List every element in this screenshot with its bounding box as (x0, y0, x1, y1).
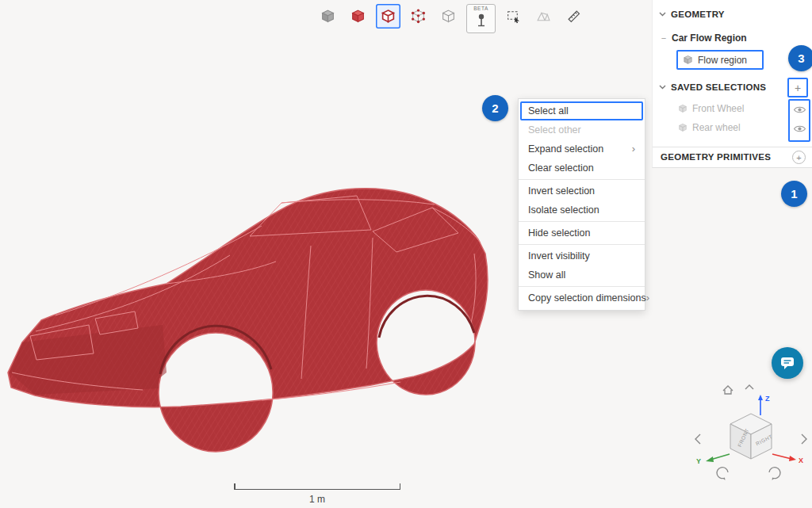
viewer-toolbar: BETA (316, 4, 586, 33)
transparent-cube-icon[interactable] (436, 4, 461, 29)
submenu-arrow-icon: › (632, 139, 635, 159)
menu-item-invert-selection[interactable]: Invert selection (519, 181, 645, 201)
geometry-primitives-section-header[interactable]: GEOMETRY PRIMITIVES (661, 152, 771, 162)
menu-item-copy-selection-dimensions[interactable]: Copy selection dimensions› (519, 288, 645, 307)
probe-point-icon[interactable]: BETA (466, 4, 496, 33)
plus-icon: + (795, 82, 801, 94)
vertex-select-cube-icon[interactable] (406, 4, 431, 29)
collapse-toggle-icon[interactable]: − (661, 33, 667, 43)
mesh-icon[interactable] (531, 4, 556, 29)
eye-icon[interactable] (793, 123, 806, 134)
menu-item-expand-selection[interactable]: Expand selection› (519, 139, 645, 159)
rotate-cw-icon[interactable] (769, 468, 780, 479)
chevron-down-icon (659, 85, 666, 90)
tree-item-car-flow-region[interactable]: − Car Flow Region (661, 32, 747, 44)
annotation-badge-3: 3 (788, 45, 812, 71)
axis-z-label: Z (765, 395, 770, 403)
saved-selection-front-wheel[interactable]: Front Wheel (678, 103, 744, 114)
cube-icon (678, 104, 688, 113)
add-saved-selection-button[interactable]: + (787, 78, 808, 97)
rotate-ccw-icon[interactable] (717, 468, 728, 479)
cube-icon (683, 55, 693, 65)
chat-support-button[interactable] (772, 347, 803, 379)
saved-selections-section-header[interactable]: SAVED SELECTIONS (659, 82, 766, 92)
navigation-cube[interactable]: FRONT RIGHT Z X Y (684, 379, 812, 498)
measure-tool-icon[interactable] (561, 4, 586, 29)
rotate-up-chevron-icon[interactable] (745, 385, 753, 389)
menu-item-show-all[interactable]: Show all (519, 265, 645, 285)
box-select-icon[interactable] (501, 4, 526, 29)
home-icon[interactable] (723, 386, 733, 394)
edge-select-cube-icon[interactable] (376, 4, 400, 29)
annotation-badge-2: 2 (482, 95, 508, 121)
menu-separator (519, 221, 645, 222)
menu-separator (519, 179, 645, 180)
face-select-cube-icon[interactable] (346, 4, 370, 29)
axis-y-label: Y (696, 457, 701, 465)
menu-item-clear-selection[interactable]: Clear selection (519, 159, 645, 178)
menu-separator (519, 244, 645, 245)
beta-badge: BETA (473, 6, 488, 12)
menu-item-hide-selection[interactable]: Hide selection (519, 223, 645, 243)
menu-item-select-other: Select other (519, 120, 645, 139)
menu-item-invert-visibility[interactable]: Invert visibility (519, 246, 645, 265)
menu-separator (519, 286, 645, 287)
geometry-tree-panel: GEOMETRY − Car Flow Region Flow region S… (652, 0, 812, 168)
saved-selection-rear-wheel[interactable]: Rear wheel (678, 122, 741, 133)
menu-item-isolate-selection[interactable]: Isolate selection (519, 201, 645, 220)
cube-icon (678, 123, 688, 132)
menu-item-select-all[interactable]: Select all (520, 101, 643, 120)
annotation-badge-1: 1 (781, 181, 807, 207)
chat-bubble-icon (779, 354, 796, 372)
view-cube[interactable]: FRONT RIGHT (730, 414, 773, 459)
rotate-left-chevron-icon[interactable] (695, 434, 700, 444)
viewport-context-menu: Select all Select other Expand selection… (518, 98, 645, 311)
geometry-section-header[interactable]: GEOMETRY (659, 10, 725, 19)
solid-cube-icon[interactable] (316, 4, 340, 29)
tree-item-flow-region[interactable]: Flow region (676, 50, 764, 70)
scale-label: 1 m (234, 494, 400, 505)
plus-icon: + (796, 153, 801, 162)
add-geometry-primitive-button[interactable]: + (792, 151, 806, 164)
rotate-right-chevron-icon[interactable] (802, 434, 806, 444)
eye-icon[interactable] (793, 104, 806, 115)
section-divider (653, 147, 812, 147)
submenu-arrow-icon: › (646, 288, 649, 307)
chevron-down-icon (659, 12, 666, 17)
axis-x-label: X (799, 456, 803, 464)
scale-bar (234, 484, 400, 490)
